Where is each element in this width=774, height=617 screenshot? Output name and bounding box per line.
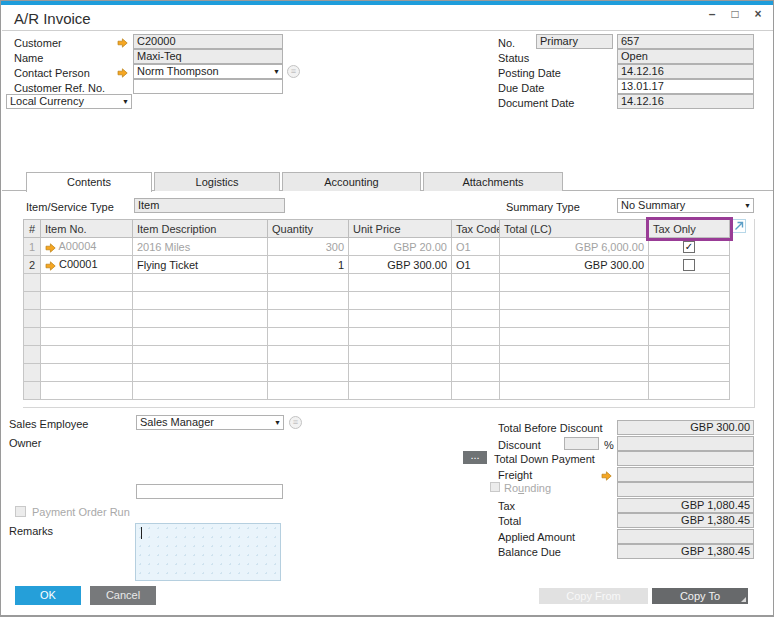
empty-cell[interactable] xyxy=(349,346,452,364)
empty-cell[interactable] xyxy=(349,310,452,328)
empty-cell[interactable] xyxy=(41,346,133,364)
empty-cell[interactable] xyxy=(649,310,730,328)
empty-cell[interactable] xyxy=(452,310,500,328)
copy-to-button[interactable]: Copy To xyxy=(652,588,748,604)
footer-blank-input[interactable] xyxy=(136,484,283,499)
empty-cell[interactable] xyxy=(452,292,500,310)
chevron-down-icon: ▼ xyxy=(274,419,281,427)
empty-cell[interactable] xyxy=(500,328,649,346)
customer-ref-input[interactable] xyxy=(133,79,283,94)
tab-logistics[interactable]: Logistics xyxy=(154,172,280,191)
empty-cell[interactable] xyxy=(349,292,452,310)
link-arrow-icon[interactable] xyxy=(45,258,56,270)
contact-person-detail-icon[interactable]: ≡ xyxy=(287,65,300,78)
empty-cell[interactable] xyxy=(268,310,349,328)
contact-person-dropdown[interactable]: Norm Thompson ▼ xyxy=(133,64,283,79)
tax-only-checkbox-unchecked[interactable] xyxy=(683,259,695,271)
empty-cell[interactable] xyxy=(500,310,649,328)
cancel-button[interactable]: Cancel xyxy=(90,586,156,605)
empty-cell[interactable] xyxy=(500,364,649,382)
item-description-cell[interactable]: Flying Ticket xyxy=(133,256,268,274)
empty-cell[interactable] xyxy=(649,328,730,346)
currency-dropdown[interactable]: Local Currency ▼ xyxy=(6,94,132,109)
empty-cell[interactable] xyxy=(349,382,452,400)
tab-contents[interactable]: Contents xyxy=(26,172,152,192)
grid-area-right-edge xyxy=(754,219,755,408)
freight-link-arrow-icon[interactable] xyxy=(601,469,612,481)
customer-link-arrow-icon[interactable] xyxy=(117,36,128,48)
unit-price-cell[interactable]: GBP 300.00 xyxy=(349,256,452,274)
empty-cell[interactable] xyxy=(41,274,133,292)
due-date-input[interactable]: 13.01.17 xyxy=(617,79,754,94)
empty-cell[interactable] xyxy=(268,346,349,364)
tax-only-checkbox-checked[interactable]: ✓ xyxy=(683,241,695,253)
empty-cell[interactable] xyxy=(500,346,649,364)
unit-price-cell[interactable]: GBP 20.00 xyxy=(349,238,452,256)
empty-cell[interactable] xyxy=(349,328,452,346)
empty-cell[interactable] xyxy=(133,346,268,364)
row-number-cell xyxy=(24,382,41,400)
col-header-item-no: Item No. xyxy=(41,220,133,238)
empty-cell[interactable] xyxy=(268,382,349,400)
empty-cell[interactable] xyxy=(649,274,730,292)
empty-cell[interactable] xyxy=(349,364,452,382)
empty-cell[interactable] xyxy=(268,274,349,292)
link-arrow-icon[interactable] xyxy=(45,240,56,252)
empty-cell[interactable] xyxy=(133,274,268,292)
empty-cell[interactable] xyxy=(268,364,349,382)
maximize-icon[interactable]: □ xyxy=(728,7,742,21)
empty-cell[interactable] xyxy=(133,328,268,346)
empty-cell[interactable] xyxy=(452,328,500,346)
close-icon[interactable]: × xyxy=(751,7,765,21)
ok-button[interactable]: OK xyxy=(15,586,81,605)
tab-accounting[interactable]: Accounting xyxy=(282,172,421,191)
empty-cell[interactable] xyxy=(649,292,730,310)
remarks-textarea[interactable] xyxy=(135,523,281,581)
empty-cell[interactable] xyxy=(500,274,649,292)
item-no-cell[interactable]: C00001 xyxy=(41,256,133,274)
empty-cell[interactable] xyxy=(133,382,268,400)
empty-cell[interactable] xyxy=(133,292,268,310)
expand-grid-icon[interactable] xyxy=(732,219,746,233)
empty-cell[interactable] xyxy=(452,346,500,364)
sales-employee-detail-icon[interactable]: ≡ xyxy=(289,416,302,429)
empty-cell[interactable] xyxy=(41,364,133,382)
empty-cell[interactable] xyxy=(41,310,133,328)
contact-link-arrow-icon[interactable] xyxy=(117,66,128,78)
down-payment-browse-button[interactable]: ... xyxy=(463,451,487,464)
tax-only-cell[interactable] xyxy=(649,256,730,274)
empty-cell[interactable] xyxy=(41,382,133,400)
empty-cell[interactable] xyxy=(452,274,500,292)
no-label: No. xyxy=(498,37,515,49)
total-lc-cell[interactable]: GBP 300.00 xyxy=(500,256,649,274)
quantity-cell[interactable]: 1 xyxy=(268,256,349,274)
item-description-cell[interactable]: 2016 Miles xyxy=(133,238,268,256)
tax-only-cell[interactable]: ✓ xyxy=(649,238,730,256)
empty-cell[interactable] xyxy=(268,292,349,310)
empty-cell[interactable] xyxy=(500,292,649,310)
sales-employee-dropdown[interactable]: Sales Manager ▼ xyxy=(136,415,284,430)
item-no-cell[interactable]: A00004 xyxy=(41,238,133,256)
quantity-cell[interactable]: 300 xyxy=(268,238,349,256)
tax-code-cell[interactable]: O1 xyxy=(452,256,500,274)
empty-cell[interactable] xyxy=(452,382,500,400)
chevron-down-icon: ▼ xyxy=(122,98,129,106)
minimize-icon[interactable]: – xyxy=(705,7,719,21)
empty-cell[interactable] xyxy=(41,328,133,346)
empty-cell[interactable] xyxy=(500,382,649,400)
empty-cell[interactable] xyxy=(649,382,730,400)
empty-cell[interactable] xyxy=(41,292,133,310)
empty-cell[interactable] xyxy=(133,310,268,328)
tax-code-cell[interactable]: O1 xyxy=(452,238,500,256)
empty-cell[interactable] xyxy=(268,328,349,346)
empty-cell[interactable] xyxy=(452,364,500,382)
discount-percent-input[interactable] xyxy=(564,437,599,450)
empty-cell[interactable] xyxy=(349,274,452,292)
empty-cell[interactable] xyxy=(649,364,730,382)
empty-cell[interactable] xyxy=(649,346,730,364)
tab-attachments[interactable]: Attachments xyxy=(423,172,563,191)
empty-cell[interactable] xyxy=(133,364,268,382)
remarks-label: Remarks xyxy=(9,525,53,537)
summary-type-dropdown[interactable]: No Summary ▼ xyxy=(617,198,754,213)
total-lc-cell[interactable]: GBP 6,000.00 xyxy=(500,238,649,256)
